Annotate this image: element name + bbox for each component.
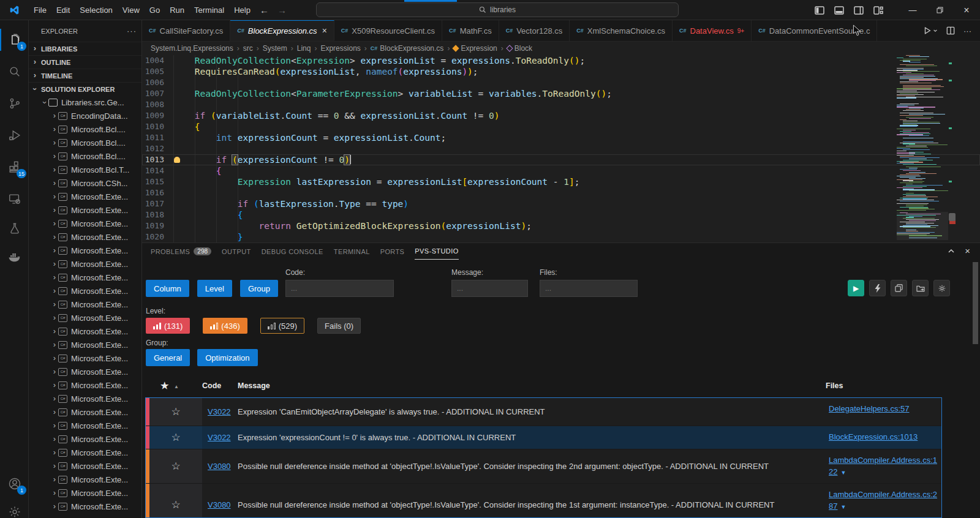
- run-analysis-button[interactable]: ▶: [848, 280, 864, 296]
- line-number[interactable]: 1006: [142, 77, 164, 88]
- tab-blockexpression-cs[interactable]: C#BlockExpression.cs×: [230, 20, 334, 41]
- star-icon[interactable]: ☆: [171, 498, 180, 511]
- scrollbar-handle[interactable]: [949, 213, 956, 221]
- files-column-header[interactable]: Files: [826, 381, 843, 390]
- tree-item[interactable]: ›C#Microsoft.Exte...: [29, 378, 141, 392]
- menu-go[interactable]: Go: [145, 3, 165, 17]
- level-outline-button[interactable]: (529): [260, 318, 304, 334]
- overview-ruler[interactable]: [948, 55, 957, 242]
- copy-results-button[interactable]: [891, 280, 907, 296]
- code-line-1019[interactable]: 1019 return GetOptimizedBlockExpression(…: [142, 220, 980, 231]
- breadcrumb-item[interactable]: src: [243, 44, 253, 53]
- line-number[interactable]: 1012: [142, 143, 164, 154]
- section-timeline[interactable]: ›TIMELINE: [29, 69, 141, 82]
- message-column-header[interactable]: Message: [238, 381, 270, 390]
- tree-item[interactable]: ›C#EncodingData...: [29, 109, 141, 122]
- activity-accounts[interactable]: 1: [0, 470, 29, 497]
- breadcrumb-item[interactable]: Linq: [297, 44, 311, 53]
- tab-x509resourceclient-cs[interactable]: C#X509ResourceClient.cs: [334, 20, 442, 41]
- star-icon[interactable]: ☆: [171, 431, 180, 444]
- code-line-1006[interactable]: 1006: [142, 77, 980, 88]
- tree-item[interactable]: ›C#Microsoft.CSh...: [29, 176, 141, 190]
- code-line-1008[interactable]: 1008: [142, 99, 980, 110]
- tree-item[interactable]: ›C#Microsoft.Exte...: [29, 392, 141, 405]
- breadcrumb-item[interactable]: System.Linq.Expressions: [151, 44, 233, 53]
- group-button[interactable]: Group: [240, 280, 278, 297]
- panel-tab-pvs-studio[interactable]: PVS-STUDIO: [415, 244, 458, 260]
- expand-locations-icon[interactable]: ▼: [840, 504, 846, 510]
- code-line-1016[interactable]: 1016: [142, 187, 980, 198]
- code-line-1011[interactable]: 1011 int expressionCount = expressionLis…: [142, 132, 980, 143]
- diagnostic-code-link[interactable]: V3022: [208, 433, 231, 442]
- line-number[interactable]: 1008: [142, 99, 164, 110]
- panel-scrollbar[interactable]: [973, 262, 978, 344]
- message-filter-input[interactable]: [451, 280, 528, 297]
- activity-testing[interactable]: [0, 215, 29, 242]
- activity-settings[interactable]: [0, 498, 29, 518]
- tree-item[interactable]: ›C#Microsoft.Exte...: [29, 419, 141, 432]
- tab-mathf-cs[interactable]: C#MathF.cs: [442, 20, 499, 41]
- star-icon[interactable]: ☆: [171, 460, 180, 473]
- pvs-settings-button[interactable]: [933, 280, 950, 296]
- breadcrumb-item[interactable]: Block: [507, 44, 532, 53]
- tree-item[interactable]: ›C#Microsoft.Exte...: [29, 432, 141, 446]
- activity-extensions[interactable]: 15: [0, 154, 29, 181]
- breadcrumb-item[interactable]: Expression: [453, 44, 497, 53]
- tree-item[interactable]: ›C#Microsoft.Exte...: [29, 298, 141, 311]
- tree-item[interactable]: ›C#Microsoft.Exte...: [29, 271, 141, 284]
- line-number[interactable]: 1016: [142, 187, 164, 198]
- menu-file[interactable]: File: [29, 3, 51, 17]
- panel-tab-ports[interactable]: PORTS: [380, 244, 405, 260]
- group-optimization-button[interactable]: Optimization: [197, 349, 257, 366]
- open-report-button[interactable]: [912, 280, 929, 296]
- tree-item[interactable]: ›C#Microsoft.Exte...: [29, 230, 141, 244]
- customize-layout-icon[interactable]: [873, 6, 883, 15]
- quick-actions-button[interactable]: [869, 280, 886, 296]
- result-row[interactable]: ☆V3080Possible null dereference inside m…: [146, 449, 941, 484]
- activity-run-debug[interactable]: [0, 122, 29, 149]
- code-line-1014[interactable]: 1014 {: [142, 165, 980, 176]
- breadcrumb-item[interactable]: System: [263, 44, 287, 53]
- minimize-button[interactable]: —: [899, 0, 926, 20]
- level-button[interactable]: Level: [197, 280, 232, 297]
- back-button[interactable]: ←: [255, 5, 273, 15]
- tree-item[interactable]: ›C#Microsoft.Exte...: [29, 190, 141, 203]
- menu-view[interactable]: View: [118, 3, 145, 17]
- code-line-1015[interactable]: 1015 Expression lastExpression = express…: [142, 176, 980, 187]
- forward-button[interactable]: →: [273, 5, 291, 15]
- panel-maximize-icon[interactable]: [948, 247, 955, 255]
- code-line-1005[interactable]: 1005 RequiresCanRead(expressionList, nam…: [142, 66, 980, 77]
- code-line-1013[interactable]: 1013 if (expressionCount != 0): [142, 154, 980, 165]
- toggle-secondary-sidebar-icon[interactable]: [854, 6, 864, 15]
- split-editor-icon[interactable]: [946, 26, 955, 35]
- tree-item[interactable]: ›C#Microsoft.Exte...: [29, 351, 141, 365]
- tree-item[interactable]: ›C#Microsoft.Exte...: [29, 486, 141, 500]
- command-center-search[interactable]: libraries: [316, 2, 679, 17]
- menu-edit[interactable]: Edit: [51, 3, 75, 17]
- tree-item[interactable]: ›C#Microsoft.Exte...: [29, 446, 141, 459]
- tab-vector128-cs[interactable]: C#Vector128.cs: [499, 20, 570, 41]
- editor-more-actions-icon[interactable]: ···: [963, 26, 971, 36]
- tree-item[interactable]: ›C#Microsoft.Exte...: [29, 338, 141, 351]
- activity-docker[interactable]: [0, 243, 29, 270]
- activity-search[interactable]: [0, 58, 29, 85]
- code-line-1007[interactable]: 1007 ReadOnlyCollection<ParameterExpress…: [142, 88, 980, 99]
- code-line-1004[interactable]: 1004 ReadOnlyCollection<Expression> expr…: [142, 55, 980, 66]
- code-line-1018[interactable]: 1018 {: [142, 209, 980, 220]
- menu-run[interactable]: Run: [165, 3, 189, 17]
- tree-item[interactable]: ›C#Microsoft.Bcl....: [29, 149, 141, 163]
- tab-dataview-cs[interactable]: C#DataView.cs9+: [673, 20, 752, 41]
- tree-item[interactable]: ›C#Microsoft.Exte...: [29, 325, 141, 338]
- code-line-1010[interactable]: 1010 {: [142, 121, 980, 132]
- tree-item[interactable]: ›C#Microsoft.Exte...: [29, 244, 141, 257]
- section-outline[interactable]: ›OUTLINE: [29, 55, 141, 69]
- code-editor[interactable]: 1004 ReadOnlyCollection<Expression> expr…: [142, 55, 980, 242]
- tree-item[interactable]: ›C#Microsoft.Exte...: [29, 405, 141, 419]
- tree-item[interactable]: ›C#Microsoft.Exte...: [29, 284, 141, 298]
- code-column-header[interactable]: Code: [202, 381, 221, 390]
- panel-tab-output[interactable]: OUTPUT: [222, 244, 251, 260]
- tree-item[interactable]: ›C#Microsoft.Bcl....: [29, 136, 141, 149]
- restore-button[interactable]: [926, 0, 953, 20]
- file-location-link[interactable]: DelegateHelpers.cs:57: [829, 404, 910, 413]
- tree-item[interactable]: ›C#Microsoft.Exte...: [29, 257, 141, 271]
